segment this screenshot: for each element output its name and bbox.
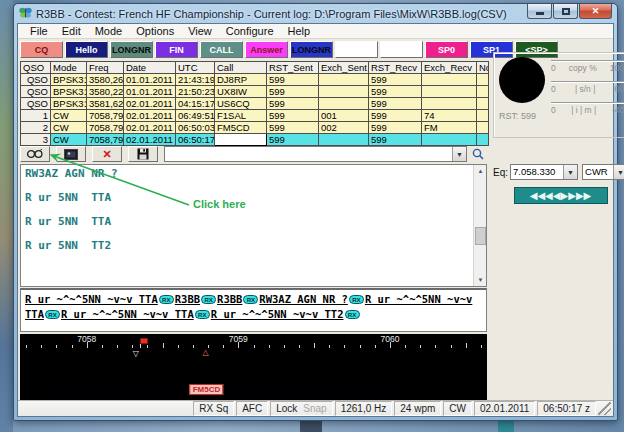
frequency-combo[interactable]: 7.058.330 ▼	[510, 164, 578, 180]
macro-button-answer[interactable]: Answer	[245, 41, 288, 58]
cell-mode[interactable]: CW	[51, 110, 87, 122]
table-row[interactable]: 1CW7058,79102.01.201106:49:51F1SAL599001…	[21, 110, 489, 122]
cell-rst_recv[interactable]: 599	[369, 122, 422, 134]
waterfall-display[interactable]: 705870597060 ▽ △ FM5CD	[20, 334, 487, 400]
menu-mode[interactable]: Mode	[88, 24, 130, 38]
maximize-button[interactable]	[553, 4, 578, 19]
cell-freq[interactable]: 7058,791	[87, 122, 124, 134]
tx-frequency-marker-icon[interactable]: △	[202, 349, 208, 357]
cell-call[interactable]: FM5CD	[215, 122, 267, 134]
status-panel-rxsq[interactable]: RX Sq	[193, 401, 234, 416]
cell-freq[interactable]: 7058,791	[87, 110, 124, 122]
cell-date[interactable]: 02.01.2011	[124, 110, 176, 122]
macro-button-blank[interactable]	[335, 41, 378, 58]
frequency-scale[interactable]: 705870597060	[20, 334, 487, 348]
cell-utc[interactable]: 06:50:03	[176, 122, 215, 134]
menu-view[interactable]: View	[181, 24, 219, 38]
search-binoculars-button[interactable]	[20, 146, 50, 162]
cell-rst_recv[interactable]: 599	[369, 86, 422, 98]
menu-edit[interactable]: Edit	[55, 24, 88, 38]
cell-exch_recv[interactable]: 74	[422, 110, 477, 122]
station-callsign-label[interactable]: FM5CD	[190, 384, 224, 395]
macro-button-sp0[interactable]: SP0	[425, 41, 468, 58]
status-panel-cw[interactable]: CW	[443, 401, 472, 416]
column-header-nc[interactable]: Nc	[477, 62, 489, 74]
column-header-exch_sent[interactable]: Exch_Sent	[319, 62, 369, 74]
cell-date[interactable]: 01.01.2011	[124, 74, 176, 86]
macro-button-blank[interactable]	[380, 41, 423, 58]
menu-options[interactable]: Options	[129, 24, 181, 38]
cell-rst_recv[interactable]: 599	[369, 98, 422, 110]
cell-mode[interactable]: BPSK31	[51, 98, 87, 110]
cell-call[interactable]: DJ8RP	[215, 74, 267, 86]
macro-button-longnr[interactable]: LONGNR	[110, 41, 153, 58]
rx-mode-badge-icon[interactable]: RX	[201, 295, 216, 304]
title-bar[interactable]: R3BB - Contest: French HF Championship -…	[17, 4, 614, 23]
rx-scrollbar[interactable]: ▲ ▼	[473, 165, 486, 286]
column-header-freq[interactable]: Freq	[87, 62, 124, 74]
rx-window[interactable]: RW3AZ AGN NR ? R ur 5NN TTA R ur 5NN TTA…	[20, 164, 487, 287]
mode-combo[interactable]: CWR ▼	[582, 164, 624, 180]
cell-exch_sent[interactable]: 001	[319, 110, 369, 122]
table-row[interactable]: 2CW7058,79102.01.201106:50:03FM5CD599002…	[21, 122, 489, 134]
cell-exch_recv[interactable]: FM	[422, 122, 477, 134]
column-header-utc[interactable]: UTC	[176, 62, 215, 74]
close-button[interactable]: ✕	[579, 4, 612, 19]
macro-button-cq[interactable]: CQ	[20, 41, 63, 58]
minimize-button[interactable]	[527, 4, 552, 19]
delete-entry-button[interactable]: ✕	[92, 146, 122, 162]
cell-rst_recv[interactable]: 599	[369, 74, 422, 86]
cell-nc[interactable]	[477, 98, 489, 110]
cell-qso[interactable]: QSO	[21, 74, 51, 86]
cell-freq[interactable]: 3580,227	[87, 86, 124, 98]
cell-exch_recv[interactable]	[422, 74, 477, 86]
cell-rst_sent[interactable]: 599	[267, 74, 319, 86]
rx-mode-badge-icon[interactable]: RX	[195, 310, 210, 319]
column-header-date[interactable]: Date	[124, 62, 176, 74]
macro-button-longnr[interactable]: LONGNR	[290, 41, 333, 58]
cell-rst_sent[interactable]: 599	[267, 86, 319, 98]
scrollbar-thumb[interactable]	[475, 227, 486, 245]
mode-value[interactable]: CWR	[583, 165, 613, 179]
cell-nc[interactable]	[477, 86, 489, 98]
rx-mode-badge-icon[interactable]: RX	[345, 310, 360, 319]
picture-button[interactable]	[56, 146, 86, 162]
cell-utc[interactable]: 21:43:19	[176, 74, 215, 86]
tx-window[interactable]: R ur ~^~^5NN ~v~v TTARXR3BBRXR3BBRXRW3AZ…	[20, 288, 487, 332]
column-header-call[interactable]: Call	[215, 62, 267, 74]
column-header-qso[interactable]: QSO	[21, 62, 51, 74]
cell-rst_sent[interactable]: 599	[267, 122, 319, 134]
cell-utc[interactable]: 06:49:51	[176, 110, 215, 122]
cell-qso[interactable]: 1	[21, 110, 51, 122]
cell-rst_sent[interactable]: 599	[267, 98, 319, 110]
rx-mode-badge-icon[interactable]: RX	[45, 310, 60, 319]
cell-exch_sent[interactable]	[319, 74, 369, 86]
cell-exch_recv[interactable]	[422, 98, 477, 110]
table-row[interactable]: QSOBPSK313580,26001.01.201121:43:19DJ8RP…	[21, 74, 489, 86]
scroll-down-icon[interactable]: ▼	[474, 274, 487, 286]
chevron-down-icon[interactable]: ▼	[452, 147, 466, 161]
rx-mode-badge-icon[interactable]: RX	[349, 295, 364, 304]
status-panel-lock[interactable]: LockSnap	[270, 401, 332, 416]
waterfall-spectrum[interactable]	[20, 348, 487, 400]
resize-grip-icon[interactable]	[598, 402, 611, 415]
frequency-nudge-arrows[interactable]: ◀◀◀◀▶▶▶▶	[514, 187, 608, 204]
status-panel-02012011[interactable]: 02.01.2011	[474, 401, 535, 416]
chevron-down-icon[interactable]: ▼	[563, 165, 577, 179]
cell-exch_sent[interactable]: 002	[319, 122, 369, 134]
table-row[interactable]: QSOBPSK313580,22701.01.201121:50:23UX8IW…	[21, 86, 489, 98]
cell-rst_sent[interactable]: 599	[267, 110, 319, 122]
menu-help[interactable]: Help	[281, 24, 318, 38]
cell-freq[interactable]: 3580,260	[87, 74, 124, 86]
frequency-value[interactable]: 7.058.330	[511, 165, 563, 179]
rx-frequency-marker-icon[interactable]: ▽	[133, 350, 139, 358]
cell-utc[interactable]: 04:15:17	[176, 98, 215, 110]
cell-nc[interactable]	[477, 110, 489, 122]
cell-qso[interactable]: 2	[21, 122, 51, 134]
cell-exch_sent[interactable]	[319, 86, 369, 98]
cell-mode[interactable]: CW	[51, 122, 87, 134]
cell-exch_recv[interactable]	[422, 86, 477, 98]
scroll-up-icon[interactable]: ▲	[474, 165, 487, 177]
cell-call[interactable]: F1SAL	[215, 110, 267, 122]
callsign-combo-value[interactable]	[165, 147, 452, 161]
